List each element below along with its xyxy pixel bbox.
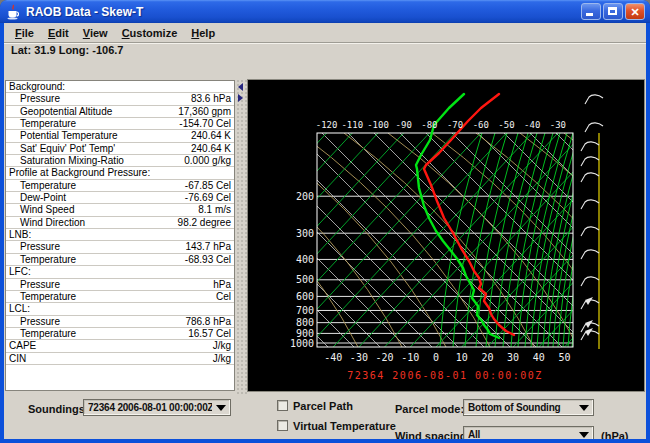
check-icon: ✓ xyxy=(278,437,287,439)
svg-text:800: 800 xyxy=(296,317,314,328)
row-label: Temperature xyxy=(9,180,185,191)
dropdown-arrow-icon xyxy=(579,405,589,411)
menu-customize[interactable]: Customize xyxy=(115,25,185,41)
svg-text:-90: -90 xyxy=(396,120,412,130)
table-row[interactable]: Potential Temperature240.64 K xyxy=(6,130,234,142)
table-row[interactable]: Pressure83.6 hPa xyxy=(6,93,234,105)
svg-text:-120: -120 xyxy=(316,120,338,130)
table-row[interactable]: Temperature-154.70 Cel xyxy=(6,118,234,130)
row-label: Profile at Background Pressure: xyxy=(9,167,231,178)
svg-text:40: 40 xyxy=(533,352,545,363)
row-value: 0.000 g/kg xyxy=(184,155,231,166)
row-label: Temperature xyxy=(9,328,188,339)
svg-text:200: 200 xyxy=(296,191,314,202)
table-row[interactable]: LFC: xyxy=(6,266,234,278)
row-label: LNB: xyxy=(9,229,231,240)
table-row[interactable]: Geopotential Altitude17,360 gpm xyxy=(6,106,234,118)
svg-text:72364 2006-08-01 00:00:00Z: 72364 2006-08-01 00:00:00Z xyxy=(347,370,543,381)
table-row[interactable]: CAPEJ/kg xyxy=(6,340,234,352)
table-row[interactable]: LNB: xyxy=(6,229,234,241)
table-row[interactable]: Dew-Point-76.69 Cel xyxy=(6,192,234,204)
svg-text:-20: -20 xyxy=(376,352,394,363)
row-label: Pressure xyxy=(9,316,185,327)
svg-text:500: 500 xyxy=(296,274,314,285)
maximize-button[interactable] xyxy=(603,3,623,20)
checkbox-label: Virtual Temperature xyxy=(293,420,396,432)
dropdown-arrow-icon xyxy=(216,405,226,411)
svg-text:20: 20 xyxy=(481,352,493,363)
row-value: -68.93 Cel xyxy=(185,254,231,265)
row-label: Potential Temperature xyxy=(9,130,191,141)
wind-spacing-combobox[interactable]: All xyxy=(463,426,594,439)
svg-text:-100: -100 xyxy=(367,120,389,130)
row-value: 16.57 Cel xyxy=(188,328,231,339)
table-row[interactable]: TemperatureCel xyxy=(6,291,234,303)
menu-view[interactable]: View xyxy=(76,25,115,41)
wind-spacing-label: Wind spacing: xyxy=(395,430,470,439)
svg-text:700: 700 xyxy=(296,305,314,316)
table-row[interactable]: PressurehPa xyxy=(6,279,234,291)
table-row[interactable]: Temperature16.57 Cel xyxy=(6,328,234,340)
row-label: Pressure xyxy=(9,241,185,252)
minimize-button[interactable] xyxy=(581,3,601,20)
skew-t-chart[interactable]: -120-110-100-90-80-70-60-50-40-30-40-30-… xyxy=(247,79,645,392)
close-button[interactable]: ✕ xyxy=(625,3,645,20)
app-window: RAOB Data - Skew-T ✕ FileEditViewCustomi… xyxy=(0,0,650,443)
row-label: Saturation Mixing-Ratio xyxy=(9,155,184,166)
row-value: hPa xyxy=(213,279,231,290)
minimize-icon xyxy=(586,13,593,16)
table-row[interactable]: Wind Speed8.1 m/s xyxy=(6,204,234,216)
table-row[interactable]: Saturation Mixing-Ratio0.000 g/kg xyxy=(6,155,234,167)
table-row[interactable]: Wind Direction98.2 degree xyxy=(6,217,234,229)
svg-text:-30: -30 xyxy=(550,120,566,130)
svg-text:1000: 1000 xyxy=(290,338,314,349)
maximize-icon xyxy=(608,7,617,15)
row-label: Temperature xyxy=(9,291,216,302)
row-label: Temperature xyxy=(9,254,185,265)
table-row[interactable]: Sat' Equiv' Pot' Temp'240.64 K xyxy=(6,143,234,155)
row-value: -76.69 Cel xyxy=(185,192,231,203)
menu-edit[interactable]: Edit xyxy=(41,25,76,41)
wind-spacing-value: All xyxy=(468,429,575,439)
svg-text:-70: -70 xyxy=(447,120,463,130)
parcel-mode-combobox[interactable]: Bottom of Sounding xyxy=(463,399,594,416)
collapse-right-icon[interactable] xyxy=(238,94,243,102)
lat-long-label: Lat: 31.9 Long: -106.7 xyxy=(4,43,646,58)
table-row[interactable]: Profile at Background Pressure: xyxy=(6,167,234,179)
parcel-mode-label: Parcel mode: xyxy=(395,403,464,415)
table-row[interactable]: Background: xyxy=(6,81,234,93)
row-value: -67.85 Cel xyxy=(185,180,231,191)
row-value: Cel xyxy=(216,291,231,302)
checkbox-parcel-path[interactable]: Parcel Path xyxy=(277,399,353,412)
collapse-left-icon[interactable] xyxy=(238,83,243,91)
svg-text:400: 400 xyxy=(296,254,314,265)
row-value: 17,360 gpm xyxy=(178,106,231,117)
soundings-value: 72364 2006-08-01 00:00:00Z xyxy=(88,402,212,413)
java-coffee-cup-icon xyxy=(5,4,21,20)
menu-help[interactable]: Help xyxy=(184,25,222,41)
table-row[interactable]: Pressure143.7 hPa xyxy=(6,241,234,253)
hpa-unit-label: (hPa) xyxy=(601,430,629,439)
row-label: Geopotential Altitude xyxy=(9,106,178,117)
row-label: Pressure xyxy=(9,93,191,104)
checkbox-box[interactable] xyxy=(277,420,288,431)
table-row[interactable]: Temperature-68.93 Cel xyxy=(6,254,234,266)
svg-text:-40: -40 xyxy=(524,120,540,130)
split-pane-divider[interactable] xyxy=(236,79,247,394)
row-label: LCL: xyxy=(9,303,231,314)
window-title: RAOB Data - Skew-T xyxy=(26,5,581,19)
checkbox-box[interactable] xyxy=(277,400,288,411)
row-value: 143.7 hPa xyxy=(185,241,231,252)
table-row[interactable]: LCL: xyxy=(6,303,234,315)
menu-file[interactable]: File xyxy=(8,25,41,41)
svg-text:50: 50 xyxy=(558,352,570,363)
svg-text:30: 30 xyxy=(507,352,519,363)
soundings-combobox[interactable]: 72364 2006-08-01 00:00:00Z xyxy=(83,399,231,416)
table-row[interactable]: CINJ/kg xyxy=(6,353,234,365)
table-row[interactable]: Temperature-67.85 Cel xyxy=(6,180,234,192)
row-value: J/kg xyxy=(213,340,231,351)
svg-text:-40: -40 xyxy=(324,352,342,363)
table-row[interactable]: Pressure786.8 hPa xyxy=(6,316,234,328)
row-label: CAPE xyxy=(9,340,213,351)
checkbox-virtual-temperature[interactable]: Virtual Temperature xyxy=(277,419,396,432)
